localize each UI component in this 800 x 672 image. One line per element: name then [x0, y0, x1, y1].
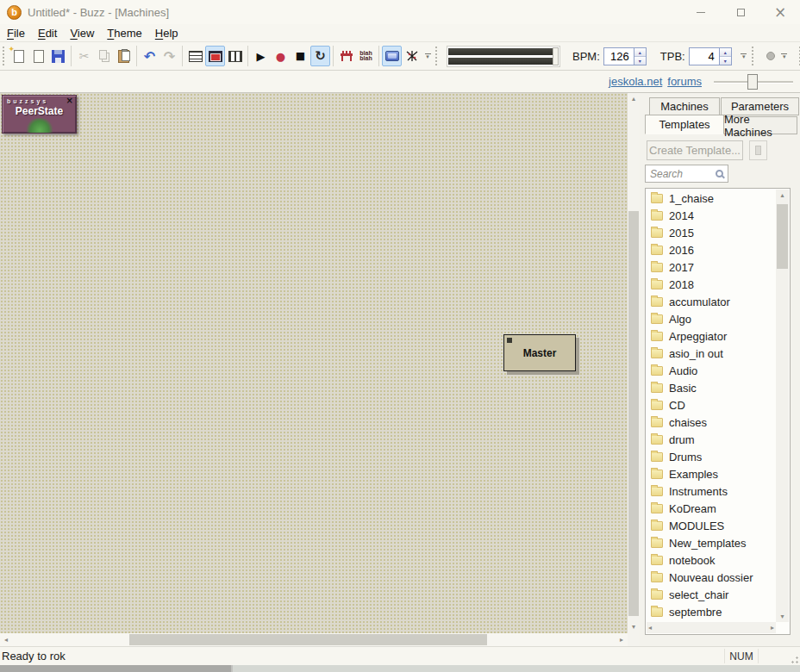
scrollbar-thumb[interactable]	[628, 211, 639, 616]
toolbar-overflow-button[interactable]: ▾	[422, 53, 433, 59]
list-item[interactable]: Audio	[647, 362, 776, 379]
tpb-stepper[interactable]: ▴▾	[720, 47, 732, 65]
tab-more-machines[interactable]: More Machines	[724, 116, 797, 134]
scroll-up-icon[interactable]: ▴	[628, 93, 640, 105]
monitor-view-button[interactable]	[382, 46, 402, 66]
resize-grip[interactable]	[788, 653, 799, 664]
record-button[interactable]: ●	[271, 46, 291, 66]
open-file-button[interactable]	[28, 46, 48, 66]
menu-file[interactable]: File	[7, 27, 25, 40]
new-file-button[interactable]	[9, 46, 28, 66]
list-item[interactable]: Instruments	[647, 482, 776, 500]
jeskola-net-link[interactable]: jeskola.net	[609, 75, 662, 88]
vu-slider-handle[interactable]	[553, 47, 559, 65]
scroll-right-icon[interactable]: ▸	[771, 625, 774, 632]
scrollbar-thumb[interactable]	[777, 204, 788, 269]
list-item[interactable]: MODULES	[647, 517, 776, 534]
bpm-input[interactable]	[603, 47, 634, 65]
save-button[interactable]	[48, 46, 68, 66]
list-item[interactable]: drum	[647, 431, 776, 448]
piano-button[interactable]	[336, 46, 356, 66]
list-item[interactable]: 2016	[647, 241, 776, 258]
spin-up-icon[interactable]: ▴	[720, 48, 731, 56]
machine-canvas[interactable]: buzzsys × PeerState Master	[0, 93, 628, 633]
list-item[interactable]: asio_in out	[647, 345, 776, 362]
machine-master[interactable]: Master	[503, 334, 576, 371]
redo-button[interactable]: ↷	[159, 46, 179, 66]
slider-handle[interactable]	[747, 74, 758, 90]
canvas-vertical-scrollbar[interactable]: ▴ ▾	[628, 93, 640, 633]
menu-help[interactable]: Help	[155, 27, 178, 40]
search-input[interactable]	[650, 168, 716, 180]
toolbar-overflow-button[interactable]: ▾	[739, 53, 749, 59]
machine-peerstate[interactable]: buzzsys × PeerState	[2, 95, 77, 134]
scroll-down-icon[interactable]: ▾	[628, 621, 640, 633]
loop-button[interactable]: ↻	[310, 46, 330, 66]
list-item[interactable]: Examples	[647, 465, 776, 482]
list-item[interactable]: 2017	[647, 258, 776, 276]
list-item[interactable]: 2015	[647, 224, 776, 241]
list-item[interactable]: 1_chaise	[647, 190, 776, 207]
create-template-button[interactable]: Create Template...	[647, 140, 743, 160]
list-item[interactable]: accumulator	[647, 293, 776, 310]
stop-button[interactable]: ■	[291, 46, 310, 66]
menu-theme[interactable]: Theme	[107, 27, 141, 40]
zoom-slider[interactable]	[714, 74, 793, 90]
wasp-button[interactable]	[402, 46, 422, 66]
list-horizontal-scrollbar[interactable]: ◂ ▸	[647, 622, 776, 633]
spin-down-icon[interactable]: ▾	[720, 56, 731, 65]
menu-view[interactable]: View	[70, 27, 94, 40]
tab-templates[interactable]: Templates	[645, 115, 724, 134]
spin-down-icon[interactable]: ▾	[634, 56, 646, 65]
canvas-horizontal-scrollbar[interactable]: ◂ ▸	[0, 633, 628, 646]
new-folder-button[interactable]	[749, 140, 767, 160]
scroll-right-icon[interactable]: ▸	[616, 633, 628, 646]
master-vu-meter[interactable]	[447, 46, 560, 67]
toolbar-grip[interactable]	[3, 47, 6, 65]
menu-edit[interactable]: Edit	[38, 27, 57, 40]
list-item[interactable]: septembre	[647, 603, 776, 620]
sequence-view-button[interactable]	[225, 46, 245, 66]
list-item[interactable]: Arpeggiator	[647, 327, 776, 345]
scroll-left-icon[interactable]: ◂	[0, 633, 12, 646]
maximize-button[interactable]	[721, 0, 760, 24]
pattern-view-button[interactable]	[185, 46, 205, 66]
list-vertical-scrollbar[interactable]: ▴ ▾	[776, 190, 789, 622]
list-item[interactable]: 2014	[647, 207, 776, 224]
toolbar-overflow-button[interactable]: ▾	[779, 53, 790, 59]
scroll-down-icon[interactable]: ▾	[776, 611, 789, 622]
paste-button[interactable]	[114, 46, 134, 66]
toolbar-grip[interactable]	[435, 47, 439, 65]
list-item[interactable]: 2018	[647, 276, 776, 293]
tab-machines[interactable]: Machines	[649, 97, 720, 115]
info-text-button[interactable]: blahblah	[356, 46, 376, 66]
list-item[interactable]: Algo	[647, 310, 776, 327]
chevron-down-icon: ▾	[783, 55, 786, 59]
copy-button[interactable]	[94, 46, 114, 66]
list-item[interactable]: chaises	[647, 414, 776, 431]
scroll-up-icon[interactable]: ▴	[776, 190, 789, 201]
forums-link[interactable]: forums	[667, 75, 702, 88]
list-item[interactable]: Drums	[647, 448, 776, 465]
close-icon[interactable]: ×	[66, 96, 73, 105]
scroll-left-icon[interactable]: ◂	[648, 625, 652, 632]
list-item[interactable]: select_chair	[647, 586, 776, 603]
tpb-input[interactable]	[689, 47, 720, 65]
list-item[interactable]: CD	[647, 396, 776, 414]
bpm-stepper[interactable]: ▴▾	[634, 47, 647, 65]
close-button[interactable]: ×	[760, 0, 800, 24]
list-item[interactable]: notebook	[647, 551, 776, 569]
list-item[interactable]: KoDream	[647, 500, 776, 517]
undo-button[interactable]: ↶	[140, 46, 159, 66]
machine-name: Master	[523, 347, 557, 359]
cut-button[interactable]: ✂	[74, 46, 94, 66]
play-button[interactable]: ▶	[251, 46, 271, 66]
spin-up-icon[interactable]: ▴	[634, 48, 646, 56]
list-item[interactable]: New_templates	[647, 534, 776, 551]
machine-view-button[interactable]	[205, 46, 225, 66]
toolbar-grip[interactable]	[752, 47, 755, 65]
list-item[interactable]: Nouveau dossier	[647, 569, 776, 586]
minimize-button[interactable]	[681, 0, 721, 24]
scrollbar-thumb[interactable]	[129, 634, 487, 645]
list-item[interactable]: Basic	[647, 379, 776, 396]
